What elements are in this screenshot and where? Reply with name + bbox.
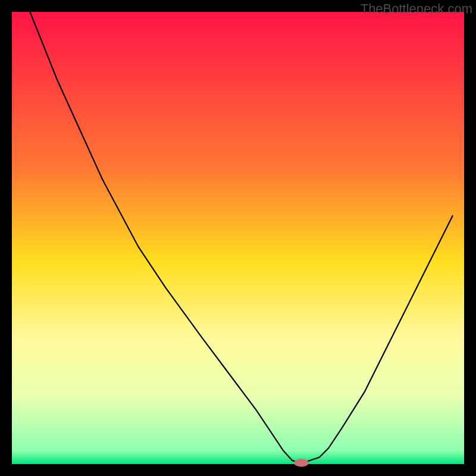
watermark-text: TheBottleneck.com [361, 1, 472, 17]
optimum-marker [294, 459, 308, 467]
bottleneck-chart: TheBottleneck.com [0, 0, 476, 476]
plot-background [12, 12, 464, 464]
chart-canvas [0, 0, 476, 476]
